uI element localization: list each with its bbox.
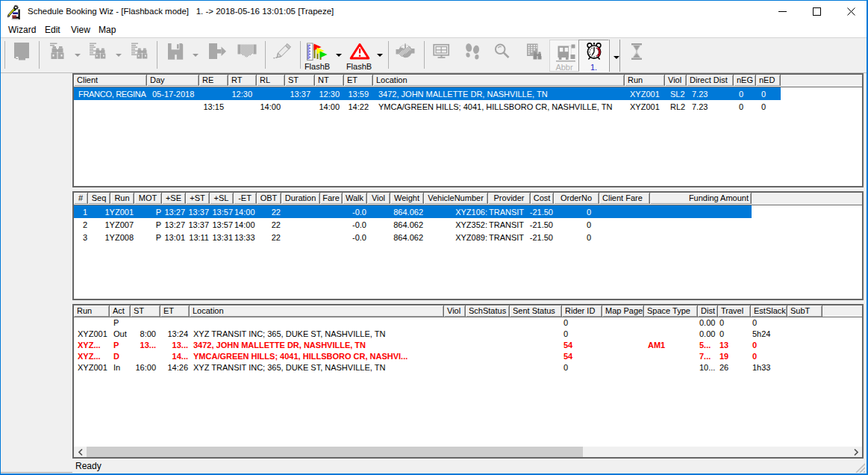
column-header[interactable]: Viol xyxy=(367,193,390,204)
column-header[interactable]: Dist xyxy=(698,305,718,317)
column-header[interactable]: SchStatus xyxy=(466,305,510,317)
column-header[interactable]: MOT xyxy=(134,193,162,204)
column-header[interactable]: NT xyxy=(315,75,344,86)
column-header[interactable]: +SL xyxy=(210,193,234,204)
column-header[interactable]: Map Page xyxy=(602,305,644,317)
column-header[interactable]: Direct Dist xyxy=(687,75,734,86)
grid-row[interactable]: 11YZ001P13:2713:3713:5714:0022-0.0864.06… xyxy=(74,205,862,218)
column-header[interactable]: ST xyxy=(285,75,315,86)
column-header[interactable]: Viol xyxy=(444,305,466,317)
grid-cell: 0 xyxy=(751,317,787,329)
grid-cell-filler xyxy=(752,205,862,218)
column-header[interactable]: nED xyxy=(756,75,781,86)
grid-cell xyxy=(787,317,822,329)
column-header[interactable]: Seq xyxy=(88,193,110,204)
resize-grip[interactable] xyxy=(853,461,865,473)
grid-cell: 14... xyxy=(160,350,190,361)
grid-cell: XYZ TRANSIT INC; 365, DUKE ST, NASHVILLE… xyxy=(190,361,444,373)
flashback-button[interactable] xyxy=(307,43,325,60)
column-header[interactable]: Walk xyxy=(343,193,367,204)
grid-row[interactable]: XYZ...D14...YMCA/GREEN HILLS; 4041, HILL… xyxy=(74,350,862,361)
minimize-button[interactable] xyxy=(765,1,799,22)
grid-row[interactable]: XYZ001In16:0014:26XYZ TRANSIT INC; 365, … xyxy=(74,361,862,373)
grid-cell xyxy=(466,329,510,340)
column-header[interactable]: Travel xyxy=(718,305,751,317)
column-header[interactable]: Rider ID xyxy=(562,305,602,317)
grid-cell xyxy=(650,231,752,243)
grid-row[interactable]: XYZ...P13...13...3472, JOHN MALLETTE DR,… xyxy=(74,340,862,351)
grid-cell xyxy=(367,231,390,243)
close-button[interactable] xyxy=(834,1,868,22)
column-header[interactable]: Provider xyxy=(488,193,531,204)
column-header[interactable]: Weight xyxy=(390,193,424,204)
column-header[interactable]: EstSlack xyxy=(751,305,787,317)
column-header[interactable]: Fare xyxy=(320,193,343,204)
column-header[interactable]: SubT xyxy=(787,305,822,317)
column-header[interactable]: OBT xyxy=(257,193,281,204)
column-header[interactable]: Space Type xyxy=(644,305,698,317)
menu-edit[interactable]: Edit xyxy=(45,22,60,37)
grid-row[interactable]: P00.0000 xyxy=(74,317,862,329)
menu-map[interactable]: Map xyxy=(99,22,116,37)
column-header[interactable]: Run xyxy=(74,305,110,317)
scrollbar-thumb[interactable] xyxy=(87,447,583,457)
column-header[interactable]: RL xyxy=(257,75,285,86)
grid-row[interactable]: 21YZ007P13:2713:3713:5714:0022-0.0864.06… xyxy=(74,218,862,231)
column-header[interactable]: Location xyxy=(190,305,444,317)
flashback-alert-dropdown-arrow[interactable] xyxy=(377,54,383,57)
column-header[interactable]: Client xyxy=(74,75,147,86)
column-header[interactable]: ST xyxy=(131,305,160,317)
column-header[interactable]: OrderNo xyxy=(554,193,599,204)
horizontal-scrollbar[interactable] xyxy=(74,447,862,457)
scroll-left-button[interactable] xyxy=(74,447,87,457)
toolbar-separator xyxy=(265,41,266,69)
column-header[interactable]: Duration xyxy=(281,193,320,204)
column-header[interactable]: RE xyxy=(199,75,228,86)
grid-row[interactable]: XYZ001Out8:0013:24XYZ TRANSIT INC; 365, … xyxy=(74,329,862,340)
column-header[interactable]: Location xyxy=(373,75,625,86)
column-header[interactable]: +SE xyxy=(162,193,186,204)
grid-cell: 13:37 xyxy=(186,205,210,218)
maximize-button[interactable] xyxy=(799,1,834,22)
grid-cell: 22 xyxy=(257,205,281,218)
grid-cell: TRANSIT xyxy=(488,205,531,218)
grid-cell: 0.00 xyxy=(698,317,718,329)
grid-row[interactable]: 31YZ008P13:0113:1113:3113:3322-0.0864.06… xyxy=(74,231,862,243)
grid-cell xyxy=(466,317,510,329)
scroll-right-button[interactable] xyxy=(849,447,862,457)
column-header[interactable]: Sent Status xyxy=(510,305,562,317)
map-window-button xyxy=(432,43,450,60)
grid-cell xyxy=(599,205,650,218)
column-header[interactable]: +ST xyxy=(186,193,210,204)
column-header[interactable]: ET xyxy=(344,75,373,86)
menu-view[interactable]: View xyxy=(71,22,90,37)
flashback-alert-button[interactable] xyxy=(349,43,367,60)
flashback-dropdown-arrow[interactable] xyxy=(336,54,342,57)
column-header[interactable]: Cost xyxy=(531,193,554,204)
column-header[interactable]: Day xyxy=(147,75,199,86)
flashback-step-button[interactable]: 1. xyxy=(578,40,609,72)
flashback-warning-icon xyxy=(349,43,370,60)
find-all-icon xyxy=(131,43,149,60)
column-header[interactable]: Run xyxy=(625,75,665,86)
grid-row[interactable]: 13:1514:0014:0014:22YMCA/GREEN HILLS; 40… xyxy=(74,100,862,113)
window-title: Schedule Booking Wiz - [Flashback mode] … xyxy=(28,1,334,22)
column-header[interactable]: Viol xyxy=(665,75,687,86)
column-header[interactable]: -ET xyxy=(234,193,257,204)
column-header[interactable]: Act xyxy=(110,305,131,317)
grid-row[interactable]: FRANCO, REGINA05-17-201812:3013:3712:301… xyxy=(74,87,862,100)
column-header[interactable]: Client Fare xyxy=(599,193,650,204)
column-header[interactable]: nEG xyxy=(734,75,756,86)
grid-cell: 0 xyxy=(751,350,787,361)
column-header[interactable]: ET xyxy=(160,305,190,317)
column-header[interactable]: Funding Amount xyxy=(650,193,752,204)
grid-cell-filler xyxy=(822,329,862,340)
column-header[interactable]: RT xyxy=(228,75,257,86)
column-header[interactable]: VehicleNumber xyxy=(424,193,488,204)
column-header[interactable]: # xyxy=(74,193,88,204)
grid-cell: 864.062 xyxy=(390,205,424,218)
column-header[interactable]: Run xyxy=(110,193,134,204)
menu-wizard[interactable]: Wizard xyxy=(8,22,36,37)
flashback-step-dropdown[interactable] xyxy=(609,40,620,72)
find-button xyxy=(49,43,66,60)
